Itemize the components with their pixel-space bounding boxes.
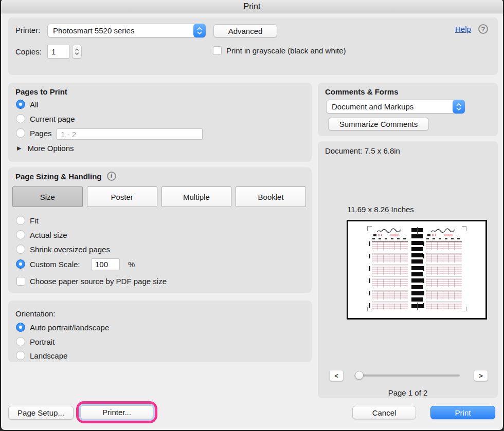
radio-portrait[interactable] xyxy=(16,337,25,346)
preview-column-heads xyxy=(426,238,461,239)
page-sizing-title: Page Sizing & Handling xyxy=(15,172,102,181)
comments-dropdown-value: Document and Markups xyxy=(332,102,413,111)
preview-binding-bars xyxy=(411,228,423,309)
percent-label: % xyxy=(128,260,135,269)
radio-all[interactable] xyxy=(16,100,25,109)
preview-header-marks xyxy=(373,234,406,236)
preview-script-header xyxy=(426,228,462,233)
title-bar: Print xyxy=(1,0,503,13)
radio-shrink-pages[interactable] xyxy=(16,245,25,254)
radio-current-page[interactable] xyxy=(16,114,25,123)
printer-button[interactable]: Printer... xyxy=(80,405,153,419)
radio-all-label: All xyxy=(30,100,39,109)
radio-fit-label: Fit xyxy=(30,216,39,225)
preview-left-page xyxy=(372,228,408,309)
more-options-label[interactable]: More Options xyxy=(27,144,74,153)
summarize-comments-button[interactable]: Summarize Comments xyxy=(328,118,429,130)
tab-size[interactable]: Size xyxy=(12,186,83,207)
copies-stepper[interactable] xyxy=(72,45,82,59)
orientation-title: Orientation: xyxy=(15,309,56,318)
page-slider-track[interactable] xyxy=(354,374,460,377)
comments-forms-section: Comments & Forms Document and Markups Su… xyxy=(318,83,498,136)
page-preview xyxy=(347,220,487,320)
crop-mark-icon xyxy=(462,226,466,231)
radio-landscape-label: Landscape xyxy=(30,351,67,360)
preview-section: Document: 7.5 x 6.8in 11.69 x 8.26 Inche… xyxy=(318,141,498,398)
preview-page-content xyxy=(371,228,462,309)
crop-mark-icon xyxy=(367,226,372,231)
tab-booklet[interactable]: Booklet xyxy=(236,186,306,207)
sizing-tabs: Size Poster Multiple Booklet xyxy=(12,186,306,207)
crop-mark-icon xyxy=(462,307,466,311)
radio-portrait-label: Portrait xyxy=(30,338,55,346)
radio-custom-scale[interactable] xyxy=(16,259,25,269)
printer-section: Printer: Photosmart 5520 series Advanced… xyxy=(8,17,498,75)
radio-auto-orientation[interactable] xyxy=(16,323,25,332)
paper-source-label: Choose paper source by PDF page size xyxy=(30,277,167,286)
next-page-button[interactable]: > xyxy=(474,370,488,381)
radio-custom-scale-label: Custom Scale: xyxy=(30,260,80,269)
preview-column-heads xyxy=(372,238,407,239)
dropdown-stepper-icon[interactable] xyxy=(193,24,206,38)
help-link[interactable]: Help xyxy=(455,25,471,33)
radio-actual-size[interactable] xyxy=(16,230,25,239)
custom-scale-input[interactable] xyxy=(91,258,120,270)
grayscale-label: Print in grayscale (black and white) xyxy=(226,46,346,55)
advanced-button[interactable]: Advanced xyxy=(213,24,277,38)
preview-header-marks xyxy=(427,234,460,236)
preview-table xyxy=(426,241,462,309)
pages-to-print-section: Pages to Print All Current page Pages ▶ … xyxy=(8,83,312,162)
printer-label: Printer: xyxy=(15,26,40,34)
comments-forms-title: Comments & Forms xyxy=(325,87,399,96)
disclosure-triangle-icon[interactable]: ▶ xyxy=(17,145,21,152)
printer-dropdown-value: Photosmart 5520 series xyxy=(53,26,134,35)
radio-pages-label: Pages xyxy=(30,129,52,138)
copies-input[interactable] xyxy=(47,45,69,59)
info-icon[interactable]: i xyxy=(107,172,116,181)
preview-script-header xyxy=(372,228,408,233)
cancel-button[interactable]: Cancel xyxy=(352,406,416,419)
radio-shrink-pages-label: Shrink oversized pages xyxy=(30,245,110,254)
help-icon[interactable]: ? xyxy=(478,24,488,34)
highlight-ring: Printer... xyxy=(76,401,157,423)
page-setup-button[interactable]: Page Setup... xyxy=(8,406,74,420)
paper-source-checkbox[interactable] xyxy=(16,277,25,286)
document-size-label: Document: 7.5 x 6.8in xyxy=(325,146,400,155)
dropdown-stepper-icon[interactable] xyxy=(453,100,465,114)
paper-size-label: 11.69 x 8.26 Inches xyxy=(347,205,414,214)
tab-multiple[interactable]: Multiple xyxy=(161,186,232,207)
orientation-section: Orientation: Auto portrait/landscape Por… xyxy=(8,301,312,362)
page-sizing-section: Page Sizing & Handling i Size Poster Mul… xyxy=(8,167,312,293)
page-indicator: Page 1 of 2 xyxy=(318,388,498,397)
radio-landscape[interactable] xyxy=(16,351,25,360)
page-slider-thumb[interactable] xyxy=(355,371,364,380)
tab-poster[interactable]: Poster xyxy=(87,186,157,207)
preview-right-page xyxy=(426,228,462,309)
radio-actual-size-label: Actual size xyxy=(30,231,67,239)
copies-label: Copies: xyxy=(15,47,42,56)
radio-current-page-label: Current page xyxy=(30,115,75,123)
radio-auto-orientation-label: Auto portrait/landscape xyxy=(30,323,109,332)
preview-table xyxy=(372,241,408,309)
printer-dropdown[interactable]: Photosmart 5520 series xyxy=(47,24,206,38)
pages-to-print-title: Pages to Print xyxy=(15,87,67,96)
grayscale-checkbox[interactable] xyxy=(213,46,222,55)
print-button[interactable]: Print xyxy=(430,406,495,419)
pages-range-input[interactable] xyxy=(57,128,203,140)
previous-page-button[interactable]: < xyxy=(329,370,344,381)
radio-fit[interactable] xyxy=(16,216,25,225)
print-dialog: Print Printer: Photosmart 5520 series Ad… xyxy=(0,0,504,431)
radio-pages[interactable] xyxy=(16,128,25,138)
comments-dropdown[interactable]: Document and Markups xyxy=(326,100,465,114)
window-title: Print xyxy=(244,2,261,11)
